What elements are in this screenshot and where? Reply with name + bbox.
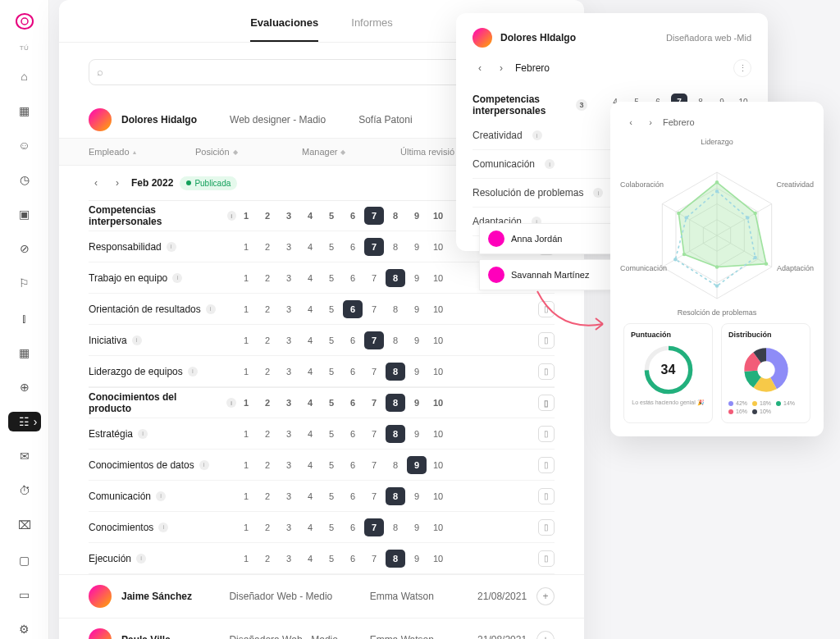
score-cell[interactable]: 7 <box>364 363 384 381</box>
score-cell[interactable]: 5 <box>322 394 341 412</box>
score-cell[interactable]: 10 <box>428 487 448 505</box>
score-cell[interactable]: 3 <box>279 518 299 536</box>
score-cell[interactable]: 8 <box>386 363 405 381</box>
score-cell[interactable]: 8 <box>386 394 405 412</box>
score-cell[interactable]: 9 <box>407 363 427 381</box>
score-cell[interactable]: 6 <box>343 331 363 349</box>
score-cell[interactable]: 10 <box>428 518 448 536</box>
score-cell[interactable]: 1 <box>236 363 256 381</box>
score-cell[interactable]: 10 <box>428 425 448 443</box>
score-cell[interactable]: 2 <box>258 394 277 412</box>
score-cell[interactable]: 3 <box>279 238 299 256</box>
note-icon[interactable]: ▯ <box>538 395 555 411</box>
info-icon[interactable]: i <box>158 523 168 532</box>
score-cell[interactable]: 3 <box>279 550 299 568</box>
score-cell[interactable]: 6 <box>343 207 363 225</box>
note-icon[interactable]: ▯ <box>538 488 555 504</box>
score-cell[interactable]: 6 <box>343 238 363 256</box>
note-icon[interactable]: ▯ <box>538 363 555 380</box>
score-cell[interactable]: 4 <box>300 238 320 256</box>
chat-icon[interactable]: ✉ <box>13 446 36 466</box>
score-cell[interactable]: 6 <box>343 394 363 412</box>
score-cell[interactable]: 2 <box>258 238 277 256</box>
score-cell[interactable]: 6 <box>343 456 363 474</box>
score-cell[interactable]: 2 <box>258 518 277 536</box>
score-cell[interactable]: 8 <box>386 456 405 474</box>
score-cell[interactable]: 1 <box>236 331 256 349</box>
score-cell[interactable]: 7 <box>364 331 384 349</box>
flag-icon[interactable]: ⚐ <box>13 273 36 293</box>
score-cell[interactable]: 7 <box>364 269 384 287</box>
timer-icon[interactable]: ⏱ <box>13 481 36 500</box>
score-cell[interactable]: 8 <box>386 269 405 287</box>
tab-informes[interactable]: Informes <box>351 16 393 42</box>
score-cell[interactable]: 5 <box>322 550 341 568</box>
info-icon[interactable]: i <box>206 304 216 314</box>
score-cell[interactable]: 1 <box>236 550 256 568</box>
score-cell[interactable]: 4 <box>300 456 320 474</box>
score-cell[interactable]: 4 <box>300 300 320 318</box>
col-manager[interactable]: Manager <box>302 147 337 157</box>
score-cell[interactable]: 6 <box>343 300 363 318</box>
radar-next-button[interactable]: › <box>643 115 658 130</box>
folder-icon[interactable]: ▣ <box>13 204 36 224</box>
score-cell[interactable]: 1 <box>236 487 256 505</box>
score-cell[interactable]: 2 <box>258 425 277 443</box>
score-cell[interactable]: 5 <box>322 363 341 381</box>
info-icon[interactable]: i <box>593 188 603 198</box>
home-icon[interactable]: ⌂ <box>13 66 36 86</box>
score-cell[interactable]: 9 <box>407 331 427 349</box>
score-cell[interactable]: 1 <box>236 300 256 318</box>
reviews-icon[interactable]: ☷ <box>8 412 41 431</box>
score-cell[interactable]: 9 <box>407 487 427 505</box>
score-cell[interactable]: 8 <box>386 550 405 568</box>
score-cell[interactable]: 6 <box>343 425 363 443</box>
score-cell[interactable]: 4 <box>300 550 320 568</box>
expand-button[interactable]: + <box>536 631 555 639</box>
score-cell[interactable]: 7 <box>364 238 384 256</box>
score-cell[interactable]: 4 <box>300 518 320 536</box>
note-icon[interactable]: ▯ <box>538 426 555 442</box>
score-cell[interactable]: 3 <box>279 425 299 443</box>
score-cell[interactable]: 3 <box>279 207 299 225</box>
col-employee[interactable]: Empleado <box>89 147 130 157</box>
score-cell[interactable]: 7 <box>364 207 384 225</box>
score-cell[interactable]: 7 <box>364 456 384 474</box>
score-cell[interactable]: 7 <box>364 518 384 536</box>
score-cell[interactable]: 5 <box>322 425 341 443</box>
info-icon[interactable]: i <box>532 130 542 140</box>
score-cell[interactable]: 8 <box>386 300 405 318</box>
score-cell[interactable]: 5 <box>322 300 341 318</box>
score-cell[interactable]: 4 <box>300 394 320 412</box>
col-position[interactable]: Posición <box>195 147 230 157</box>
score-cell[interactable]: 3 <box>279 456 299 474</box>
score-cell[interactable]: 9 <box>407 207 427 225</box>
score-cell[interactable]: 2 <box>258 456 277 474</box>
score-cell[interactable]: 1 <box>236 456 256 474</box>
score-cell[interactable]: 5 <box>322 238 341 256</box>
score-cell[interactable]: 4 <box>300 331 320 349</box>
score-cell[interactable]: 2 <box>258 487 277 505</box>
score-cell[interactable]: 3 <box>279 300 299 318</box>
score-cell[interactable]: 6 <box>343 487 363 505</box>
clock-icon[interactable]: ◷ <box>13 170 36 189</box>
score-cell[interactable]: 7 <box>364 300 384 318</box>
score-cell[interactable]: 9 <box>407 394 427 412</box>
info-icon[interactable]: i <box>136 554 146 564</box>
search-icon[interactable]: ⊕ <box>13 377 36 397</box>
score-cell[interactable]: 3 <box>279 394 299 412</box>
score-cell[interactable]: 1 <box>236 518 256 536</box>
score-cell[interactable]: 1 <box>236 238 256 256</box>
score-cell[interactable]: 1 <box>236 394 256 412</box>
score-cell[interactable]: 8 <box>386 425 405 443</box>
score-cell[interactable]: 5 <box>322 518 341 536</box>
gear-icon[interactable]: ⚙ <box>13 619 36 639</box>
score-cell[interactable]: 8 <box>386 331 405 349</box>
score-cell[interactable]: 8 <box>386 207 405 225</box>
score-cell[interactable]: 10 <box>428 207 448 225</box>
score-cell[interactable]: 7 <box>364 487 384 505</box>
info-icon[interactable]: i <box>188 367 198 377</box>
score-cell[interactable]: 6 <box>343 363 363 381</box>
note-icon[interactable]: ▯ <box>538 550 555 567</box>
info-icon[interactable]: i <box>156 491 166 501</box>
